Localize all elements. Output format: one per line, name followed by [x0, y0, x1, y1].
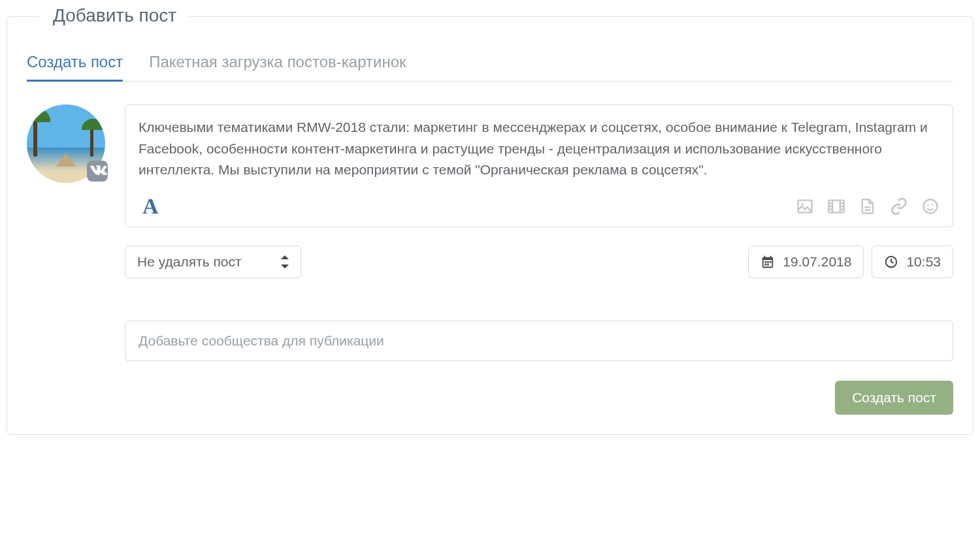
svg-point-15 — [932, 204, 933, 206]
image-icon[interactable] — [796, 197, 814, 216]
video-icon[interactable] — [827, 197, 845, 216]
footer-row: Создать пост — [125, 381, 953, 415]
date-value: 19.07.2018 — [783, 254, 851, 270]
emoji-icon[interactable] — [921, 197, 939, 216]
font-style-icon[interactable]: A — [139, 194, 163, 219]
time-value: 10:53 — [906, 254, 941, 270]
svg-point-13 — [924, 200, 938, 214]
vk-badge-icon — [87, 161, 108, 182]
editor-column: Ключевыми тематиками RMW-2018 стали: мар… — [125, 104, 953, 415]
time-picker[interactable]: 10:53 — [872, 246, 953, 278]
panel-title: Добавить пост — [40, 5, 189, 26]
svg-point-14 — [927, 204, 928, 206]
calendar-icon — [760, 255, 775, 269]
delete-option-select[interactable]: Не удалять пост — [125, 246, 301, 278]
post-editor: Ключевыми тематиками RMW-2018 стали: мар… — [125, 104, 953, 227]
link-icon[interactable] — [890, 197, 908, 216]
content-row: Ключевыми тематиками RMW-2018 стали: мар… — [27, 104, 953, 415]
document-icon[interactable] — [858, 197, 877, 216]
svg-point-1 — [801, 203, 804, 206]
avatar-wrap — [27, 104, 105, 183]
attachment-icons — [796, 197, 939, 216]
select-arrows-icon — [281, 255, 289, 268]
add-post-panel: Добавить пост Создать пост Пакетная загр… — [7, 16, 973, 435]
date-picker[interactable]: 19.07.2018 — [748, 246, 864, 278]
datetime-controls: 19.07.2018 10:53 — [748, 246, 953, 278]
create-post-button[interactable]: Создать пост — [835, 381, 953, 415]
delete-option-label: Не удалять пост — [137, 254, 242, 269]
tab-create-post[interactable]: Создать пост — [27, 53, 123, 81]
tabs: Создать пост Пакетная загрузка постов-ка… — [27, 53, 953, 82]
post-textarea[interactable]: Ключевыми тематиками RMW-2018 стали: мар… — [139, 117, 939, 182]
communities-input[interactable] — [139, 333, 939, 349]
schedule-row: Не удалять пост 19.07.2018 10:53 — [125, 246, 953, 278]
editor-toolbar: A — [139, 194, 939, 219]
communities-field[interactable] — [125, 321, 953, 361]
clock-icon — [884, 255, 898, 269]
tab-batch-upload[interactable]: Пакетная загрузка постов-картинок — [149, 53, 406, 81]
